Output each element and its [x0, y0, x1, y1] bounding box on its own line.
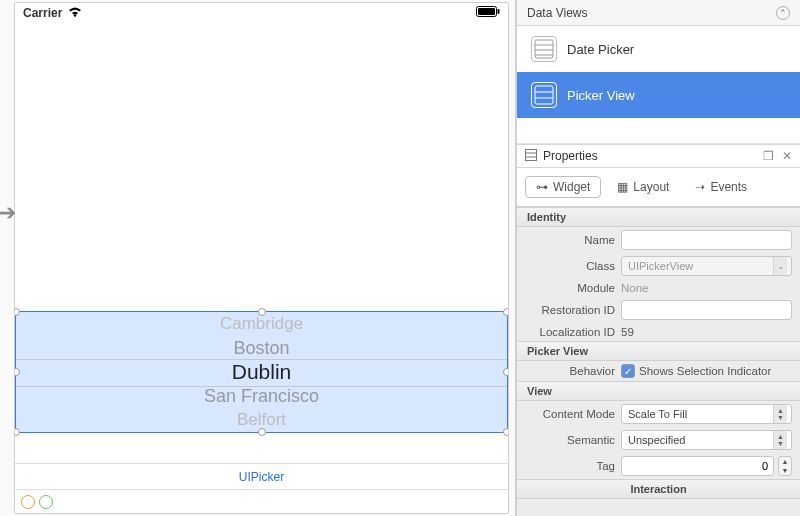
- data-views-item-label: Date Picker: [567, 42, 634, 57]
- data-views-item-picker-view[interactable]: Picker View: [517, 72, 800, 118]
- label-name: Name: [525, 234, 615, 246]
- section-view: View: [517, 381, 800, 401]
- label-behavior: Behavior: [525, 365, 615, 377]
- row-restoration-id: Restoration ID: [517, 297, 800, 323]
- tag-stepper[interactable]: ▲▼: [778, 456, 792, 476]
- row-name: Name: [517, 227, 800, 253]
- view-controller-icon[interactable]: [21, 495, 35, 509]
- tab-layout[interactable]: ▦ Layout: [607, 176, 679, 198]
- module-value: None: [621, 282, 649, 294]
- label-class: Class: [525, 260, 615, 272]
- svg-rect-11: [526, 149, 537, 160]
- battery-icon: [476, 6, 500, 20]
- row-module: Module None: [517, 279, 800, 297]
- label-module: Module: [525, 282, 615, 294]
- label-tag: Tag: [525, 460, 615, 472]
- device-frame: Carrier Cambridge Boston Dublin San Fran…: [14, 2, 509, 514]
- detach-icon[interactable]: ❐: [763, 149, 774, 163]
- semantic-combo[interactable]: Unspecified ▲▼: [621, 430, 792, 450]
- resize-handle[interactable]: [258, 308, 266, 316]
- picker-row-selected[interactable]: Dublin: [16, 360, 507, 384]
- svg-rect-8: [535, 86, 553, 104]
- shows-selection-indicator-checkbox[interactable]: ✓: [621, 364, 635, 378]
- tab-events[interactable]: ➝ Events: [685, 176, 757, 198]
- scene-title[interactable]: UIPicker: [15, 463, 508, 489]
- label-content-mode: Content Mode: [525, 408, 615, 420]
- row-tag: Tag ▲▼: [517, 453, 800, 479]
- tab-label: Events: [710, 180, 747, 194]
- data-views-item-date-picker[interactable]: Date Picker: [517, 26, 800, 72]
- label-restoration-id: Restoration ID: [525, 304, 615, 316]
- label-semantic: Semantic: [525, 434, 615, 446]
- picker-row[interactable]: Boston: [16, 336, 507, 360]
- row-behavior: Behavior ✓ Shows Selection Indicator: [517, 361, 800, 381]
- properties-header: Properties ❐ ✕: [517, 144, 800, 168]
- properties-title: Properties: [543, 149, 598, 163]
- updown-icon: ▲▼: [773, 405, 787, 423]
- properties-tabs: ⊶ Widget ▦ Layout ➝ Events: [517, 168, 800, 207]
- content-mode-combo[interactable]: Scale To Fill ▲▼: [621, 404, 792, 424]
- picker-view-widget[interactable]: Cambridge Boston Dublin San Francisco Be…: [15, 311, 508, 433]
- first-responder-icon[interactable]: [39, 495, 53, 509]
- picker-row[interactable]: San Francisco: [16, 384, 507, 408]
- row-content-mode: Content Mode Scale To Fill ▲▼: [517, 401, 800, 427]
- tab-widget[interactable]: ⊶ Widget: [525, 176, 601, 198]
- svg-rect-2: [478, 8, 495, 15]
- class-combo[interactable]: UIPickerView ⌄: [621, 256, 792, 276]
- events-tab-icon: ➝: [695, 180, 705, 194]
- section-picker-view: Picker View: [517, 341, 800, 361]
- collapse-icon[interactable]: ⌃: [776, 6, 790, 20]
- svg-rect-3: [498, 9, 500, 14]
- layout-tab-icon: ▦: [617, 180, 628, 194]
- design-canvas[interactable]: ➔ Carrier Cambridge Boston Dublin San Fr…: [0, 0, 516, 516]
- tab-label: Widget: [553, 180, 590, 194]
- picker-view-icon: [531, 82, 557, 108]
- content-mode-value: Scale To Fill: [628, 408, 687, 420]
- data-views-item-label: Picker View: [567, 88, 635, 103]
- class-value: UIPickerView: [628, 260, 693, 272]
- data-views-title: Data Views: [527, 6, 587, 20]
- section-identity: Identity: [517, 207, 800, 227]
- label-localization-id: Localization ID: [525, 326, 615, 338]
- device-stage[interactable]: Cambridge Boston Dublin San Francisco Be…: [15, 23, 508, 463]
- tab-label: Layout: [633, 180, 669, 194]
- status-bar: Carrier: [15, 3, 508, 23]
- resize-handle[interactable]: [503, 308, 509, 316]
- name-field[interactable]: [621, 230, 792, 250]
- restoration-id-field[interactable]: [621, 300, 792, 320]
- picker-wheel[interactable]: Cambridge Boston Dublin San Francisco Be…: [16, 312, 507, 432]
- carrier-label: Carrier: [23, 6, 62, 20]
- scene-dock: [15, 489, 508, 513]
- row-class: Class UIPickerView ⌄: [517, 253, 800, 279]
- row-localization-id: Localization ID 59: [517, 323, 800, 341]
- data-views-header[interactable]: Data Views ⌃: [517, 0, 800, 26]
- data-views-list: Date Picker Picker View: [517, 26, 800, 144]
- close-icon[interactable]: ✕: [782, 149, 792, 163]
- behavior-checkbox-label: Shows Selection Indicator: [639, 365, 771, 377]
- resize-handle[interactable]: [503, 428, 509, 436]
- svg-point-0: [74, 14, 76, 16]
- properties-form: Identity Name Class UIPickerView ⌄ Modul…: [517, 207, 800, 499]
- properties-icon: [525, 149, 537, 164]
- data-views-blank: [517, 118, 800, 144]
- semantic-value: Unspecified: [628, 434, 685, 446]
- resize-handle[interactable]: [503, 368, 509, 376]
- chevron-down-icon: ⌄: [773, 257, 787, 275]
- wifi-icon: [68, 6, 82, 20]
- widget-tab-icon: ⊶: [536, 180, 548, 194]
- resize-handle[interactable]: [14, 428, 20, 436]
- row-semantic: Semantic Unspecified ▲▼: [517, 427, 800, 453]
- resize-handle[interactable]: [258, 428, 266, 436]
- tag-field[interactable]: [621, 456, 774, 476]
- date-picker-icon: [531, 36, 557, 62]
- localization-id-value: 59: [621, 326, 634, 338]
- inspector-panel: Data Views ⌃ Date Picker Picker View Pro…: [516, 0, 800, 516]
- section-interaction: Interaction: [517, 479, 800, 499]
- updown-icon: ▲▼: [773, 431, 787, 449]
